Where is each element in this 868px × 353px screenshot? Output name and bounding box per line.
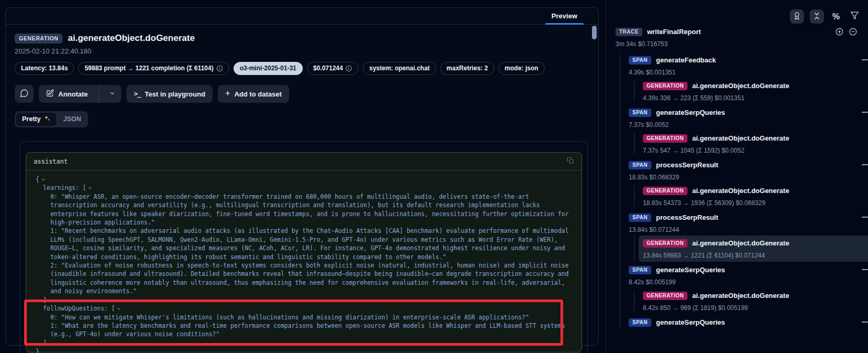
span-row[interactable]: SPAN generateSerpQueries xyxy=(629,107,852,118)
span-badge: SPAN xyxy=(629,56,651,65)
info-icon xyxy=(216,65,223,72)
code-line: { xyxy=(36,175,573,184)
generation-row[interactable]: GENERATION ai.generateObject.doGenerate … xyxy=(639,236,868,262)
minus-icon[interactable] xyxy=(862,112,868,113)
tree-group: SPAN processSerpResult 18.83s $0.068329 … xyxy=(629,159,868,207)
toggle-json[interactable]: JSON xyxy=(57,113,87,126)
span-label: generateSerpQueries xyxy=(656,109,725,116)
tree-group: SPAN generateSerpQueries xyxy=(629,317,868,328)
assistant-message-block: assistant {learnings: [0: "Whisper ASR, … xyxy=(26,152,582,352)
copy-icon[interactable] xyxy=(567,157,574,166)
tab-bar: Preview xyxy=(6,8,598,25)
info-icon xyxy=(345,65,352,72)
comment-icon xyxy=(19,89,29,100)
annotate-button[interactable]: Annotate xyxy=(39,85,121,103)
span-label: processSerpResult xyxy=(656,161,718,169)
annotate-main[interactable]: Annotate xyxy=(39,85,94,103)
generation-row[interactable]: GENERATION ai.generateObject.doGenerate … xyxy=(643,290,868,312)
latency-badge: Latency: 13.84s xyxy=(15,62,74,75)
tab-active-indicator xyxy=(545,23,584,25)
minus-icon[interactable] xyxy=(862,322,868,323)
toggle-pretty[interactable]: Pretty xyxy=(16,113,56,126)
trace-expand-controls xyxy=(835,27,858,38)
code-line: ] xyxy=(36,339,573,347)
observation-type-badge: GENERATION xyxy=(15,34,62,44)
span-metrics: 13.84s $0.071244 xyxy=(629,226,852,233)
generation-metrics: 8.42s 850 → 969 (Σ 1819) $0.005199 xyxy=(643,304,868,312)
generation-metrics: 18.83s 54373 → 1936 (Σ 56309) $0.068329 xyxy=(643,199,868,207)
output-card: assistant {learnings: [0: "Whisper ASR, … xyxy=(20,141,588,353)
span-row[interactable]: SPAN generateSerpQueries xyxy=(629,264,852,275)
generation-badge: GENERATION xyxy=(643,134,687,143)
view-mode-toggle: Pretty JSON xyxy=(15,111,88,127)
system-badge: system: openai.chat xyxy=(363,62,436,75)
span-row[interactable]: SPAN processSerpResult xyxy=(629,159,852,170)
generation-metrics: 7.37s 547 → 1045 (Σ 1592) $0.0052 xyxy=(643,147,868,154)
span-label: generateSerpQueries xyxy=(656,318,725,326)
generation-label: ai.generateObject.doGenerate xyxy=(692,187,789,195)
span-badge: SPAN xyxy=(629,161,651,169)
generation-row[interactable]: GENERATION ai.generateObject.doGenerate … xyxy=(643,80,868,102)
trace-label: writeFinalReport xyxy=(647,28,701,36)
minus-icon[interactable] xyxy=(862,269,868,270)
minus-icon[interactable] xyxy=(862,164,868,165)
trace-metrics: 3m 34s $0.716753 xyxy=(616,40,868,48)
mode-badge: mode: json xyxy=(499,62,545,75)
span-metrics: 8.42s $0.005199 xyxy=(629,279,852,286)
add-to-dataset-button[interactable]: + Add to dataset xyxy=(218,85,289,103)
code-line: 2: "Evaluation of noise robustness in sp… xyxy=(36,261,573,296)
generation-row[interactable]: GENERATION ai.generateObject.doGenerate … xyxy=(643,185,868,207)
test-in-playground-button[interactable]: >_ Test in playground xyxy=(126,85,213,103)
generation-badge: GENERATION xyxy=(643,82,687,90)
span-label: processSerpResult xyxy=(656,213,718,221)
panel-scrollbar-thumb[interactable] xyxy=(592,26,597,39)
trace-tree-sidebar: TRACE writeFinalReport 3m 34s $0.716753 … xyxy=(606,0,868,353)
tree-group: SPAN generateSerpQueries 7.37s $0.0052 G… xyxy=(629,107,868,154)
cost-badge[interactable]: $0.071244 xyxy=(307,62,359,75)
span-row[interactable]: SPAN processSerpResult xyxy=(629,212,852,223)
span-badge: SPAN xyxy=(629,109,651,117)
span-badge: SPAN xyxy=(629,213,651,222)
circle-minus-icon[interactable] xyxy=(849,27,858,38)
generation-row[interactable]: GENERATION ai.generateObject.doGenerate … xyxy=(643,133,868,154)
tree-group: SPAN generateFeedback 4.39s $0.001351 GE… xyxy=(629,55,868,102)
generation-metrics: 13.84s 59883 → 1221 (Σ 61104) $0.071244 xyxy=(643,252,868,259)
trace-badge: TRACE xyxy=(616,28,642,36)
annotate-dropdown[interactable] xyxy=(103,85,121,103)
generation-metrics: 4.39s 336 → 223 (Σ 559) $0.001351 xyxy=(643,94,868,102)
generation-badge: GENERATION xyxy=(643,292,687,300)
generation-badge: GENERATION xyxy=(643,239,687,248)
tab-preview-label: Preview xyxy=(552,12,577,20)
observation-timestamp: 2025-02-10 21:22:40.180 xyxy=(15,47,593,55)
terminal-icon: >_ xyxy=(134,90,140,98)
minus-icon[interactable] xyxy=(862,217,868,218)
circle-plus-icon[interactable] xyxy=(835,27,844,38)
code-line: } xyxy=(36,347,573,353)
span-metrics: 18.83s $0.068329 xyxy=(629,174,852,181)
code-line: followUpQuestions: [ xyxy=(36,304,573,313)
plus-icon: + xyxy=(225,89,230,98)
token-usage-badge[interactable]: 59883 prompt → 1221 completion (Σ 61104) xyxy=(78,62,229,75)
model-badge[interactable]: o3-mini-2025-01-31 xyxy=(234,62,303,75)
generation-badge: GENERATION xyxy=(643,187,687,195)
span-label: generateFeedback xyxy=(656,56,716,64)
trace-root-row[interactable]: TRACE writeFinalReport xyxy=(616,26,868,37)
span-badge: SPAN xyxy=(629,318,651,327)
code-line: 0: "How can we mitigate Whisper's limita… xyxy=(36,313,573,322)
generation-label: ai.generateObject.doGenerate xyxy=(692,239,789,247)
sparkles-icon xyxy=(44,115,50,123)
pencil-square-icon xyxy=(46,89,54,99)
span-row[interactable]: SPAN generateSerpQueries xyxy=(629,317,852,328)
add-to-dataset-label: Add to dataset xyxy=(234,90,281,98)
minus-icon[interactable] xyxy=(862,59,868,60)
comment-button[interactable] xyxy=(15,85,34,103)
code-line: learnings: [ xyxy=(36,184,573,192)
span-row[interactable]: SPAN generateFeedback xyxy=(629,55,852,66)
metadata-badges: Latency: 13.84s 59883 prompt → 1221 comp… xyxy=(15,62,593,75)
generation-label: ai.generateObject.doGenerate xyxy=(692,134,789,142)
code-line: 1: "Recent benchmarks on adversarial aud… xyxy=(36,227,573,261)
playground-label: Test in playground xyxy=(145,90,205,98)
annotate-label: Annotate xyxy=(58,90,88,98)
tab-preview[interactable]: Preview xyxy=(543,9,586,24)
code-line: 0: "Whisper ASR, an open-source encoder–… xyxy=(36,192,573,227)
